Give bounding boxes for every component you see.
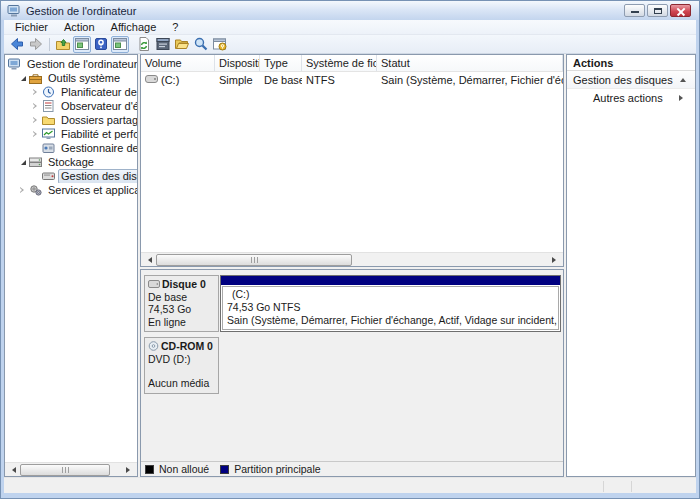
event-viewer-icon [42, 100, 55, 112]
console-window-button[interactable] [111, 36, 129, 53]
performance-monitor-icon [42, 128, 55, 140]
window-title: Gestion de l'ordinateur [26, 5, 136, 17]
app-icon [7, 4, 21, 18]
device-manager-icon [42, 142, 55, 154]
scrollbar-thumb[interactable] [20, 464, 110, 476]
legend-unallocated-swatch [145, 465, 154, 474]
title-bar[interactable]: Gestion de l'ordinateur [1, 1, 699, 20]
forward-button[interactable] [27, 36, 45, 53]
show-console-tree-button[interactable] [73, 36, 91, 53]
scrollbar-thumb[interactable] [156, 254, 352, 266]
open-folder-button[interactable] [173, 36, 191, 53]
tree-item-computer-management[interactable]: Gestion de l'ordinateur (local) [5, 57, 137, 71]
system-tools-icon [29, 72, 42, 84]
back-button[interactable] [8, 36, 26, 53]
refresh-list-icon [136, 36, 152, 52]
tree-item-gestion-des-disques[interactable]: Gestion des disques [5, 169, 137, 183]
forward-icon [28, 36, 44, 52]
console-help-button[interactable] [211, 36, 229, 53]
tree-item-dossiers-partages[interactable]: Dossiers partagés [5, 113, 137, 127]
volume-drive-icon [145, 75, 158, 84]
collapse-arrow-icon[interactable] [680, 75, 686, 82]
disk-0-partition-c[interactable]: (C:) 74,53 Go NTFS Sain (Système, Démarr… [220, 275, 561, 332]
scroll-right-arrow[interactable] [549, 254, 562, 266]
up-one-level-button[interactable] [54, 36, 72, 53]
scroll-left-arrow[interactable] [6, 464, 19, 476]
services-icon [29, 184, 42, 196]
actions-item-autres-actions[interactable]: Autres actions [567, 89, 695, 107]
partition-name: (C:) [227, 288, 558, 301]
scroll-right-arrow[interactable] [123, 464, 136, 476]
computer-management-window: Gestion de l'ordinateur Fichier Action A… [0, 0, 700, 499]
disk-0-size: 74,53 Go [148, 303, 215, 316]
toolbar-separator [49, 38, 50, 51]
menu-fichier[interactable]: Fichier [7, 20, 56, 35]
collapsed-arrow-icon[interactable] [19, 187, 28, 193]
tree-item-observateur[interactable]: Observateur d'événements [5, 99, 137, 113]
tree-horizontal-scrollbar[interactable] [5, 462, 137, 476]
tree-item-outils-systeme[interactable]: Outils système [5, 71, 137, 85]
open-folder-icon [174, 36, 190, 52]
cdrom-0-type: DVD (D:) [148, 353, 215, 366]
toolbar [4, 35, 696, 54]
computer-icon [8, 58, 21, 70]
task-scheduler-icon [42, 86, 55, 98]
storage-icon [29, 156, 42, 168]
column-header-type[interactable]: Type [260, 55, 302, 71]
search-icon [193, 36, 209, 52]
menu-action[interactable]: Action [56, 20, 103, 35]
close-button[interactable] [670, 4, 691, 17]
volume-filesystem: NTFS [302, 74, 377, 86]
actions-group-gestion-des-disques[interactable]: Gestion des disques [567, 71, 695, 89]
minimize-icon [631, 11, 639, 13]
disk-0-label[interactable]: Disque 0 De base 74,53 Go En ligne [144, 275, 219, 332]
expanded-arrow-icon[interactable] [19, 160, 28, 165]
tree-item-stockage[interactable]: Stockage [5, 155, 137, 169]
collapsed-arrow-icon[interactable] [32, 131, 41, 137]
tree-item-gestionnaire-peripheriques[interactable]: Gestionnaire de périphériques [5, 141, 137, 155]
export-list-button[interactable] [135, 36, 153, 53]
maximize-button[interactable] [647, 4, 668, 17]
partition-legend: Non alloué Partition principale [141, 461, 563, 476]
properties-window-icon [155, 36, 171, 52]
collapsed-arrow-icon[interactable] [32, 89, 41, 95]
column-header-statut[interactable]: Statut [377, 55, 563, 71]
help-button[interactable] [92, 36, 110, 53]
expanded-arrow-icon[interactable] [19, 76, 28, 81]
disk-management-icon [42, 170, 55, 182]
minimize-button[interactable] [624, 4, 645, 17]
cdrom-0-row: CD-ROM 0 DVD (D:) Aucun média [144, 337, 561, 394]
tree-item-fiabilite-performance[interactable]: Fiabilité et performance [5, 127, 137, 141]
tree-item-services-applications[interactable]: Services et applications [5, 183, 137, 197]
partition-status: Sain (Système, Démarrer, Fichier d'échan… [227, 314, 558, 327]
menu-affichage[interactable]: Affichage [103, 20, 165, 35]
help-icon [93, 36, 109, 52]
cdrom-0-label[interactable]: CD-ROM 0 DVD (D:) Aucun média [144, 337, 219, 394]
submenu-arrow-icon [679, 95, 686, 101]
volume-row-c[interactable]: (C:) Simple De base NTFS Sain (Système, … [141, 72, 563, 87]
scroll-left-arrow[interactable] [142, 254, 155, 266]
console-tree: Gestion de l'ordinateur (local) Outils s… [5, 55, 137, 197]
volume-name: (C:) [161, 74, 179, 86]
partition-color-stripe [221, 276, 560, 285]
volume-disposition: Simple [215, 74, 260, 86]
main-area: Gestion de l'ordinateur (local) Outils s… [4, 54, 696, 477]
properties-button[interactable] [154, 36, 172, 53]
menu-help[interactable]: ? [164, 20, 186, 35]
volume-list-horizontal-scrollbar[interactable] [141, 252, 563, 266]
column-header-filesystem[interactable]: Système de fichiers [302, 55, 377, 71]
shared-folders-icon [42, 114, 55, 126]
collapsed-arrow-icon[interactable] [32, 103, 41, 109]
disk-graphical-view: Disque 0 De base 74,53 Go En ligne (C:) … [140, 269, 564, 477]
column-header-volume[interactable]: Volume [141, 55, 215, 71]
column-header-disposition[interactable]: Disposition [215, 55, 260, 71]
console-help-icon [212, 36, 228, 52]
legend-unallocated-label: Non alloué [159, 463, 209, 475]
tree-item-planificateur[interactable]: Planificateur de tâches [5, 85, 137, 99]
collapsed-arrow-icon[interactable] [32, 117, 41, 123]
search-button[interactable] [192, 36, 210, 53]
disk-0-row: Disque 0 De base 74,53 Go En ligne (C:) … [144, 275, 561, 332]
up-folder-icon [55, 36, 71, 52]
console-tree-panel: Gestion de l'ordinateur (local) Outils s… [4, 54, 138, 477]
status-bar [4, 477, 696, 493]
